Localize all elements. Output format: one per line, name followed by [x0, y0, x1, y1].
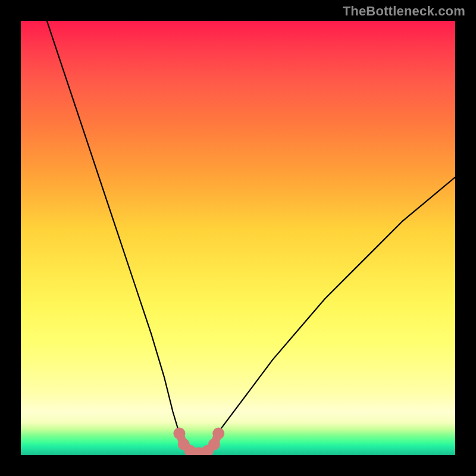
trough-markers: [21, 21, 455, 455]
plot-area: [21, 21, 455, 455]
trough-marker-dot: [212, 428, 224, 440]
watermark-text: TheBottleneck.com: [343, 4, 465, 19]
trough-marker-dot: [208, 439, 220, 450]
trough-marker-dot: [173, 428, 185, 440]
chart-frame: TheBottleneck.com: [0, 0, 476, 476]
